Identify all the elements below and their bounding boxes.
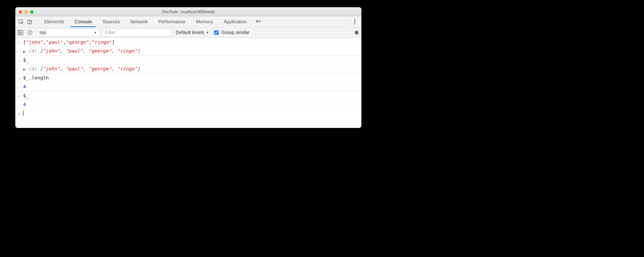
- expand-object-icon[interactable]: ▶: [23, 66, 26, 72]
- console-result-number: 4: [23, 102, 26, 107]
- live-prompt-icon: ›: [17, 110, 21, 117]
- kebab-menu-icon[interactable]: [350, 18, 360, 26]
- panel-tabbar: ElementsConsoleSourcesNetworkPerformance…: [16, 17, 361, 27]
- divider: [346, 19, 346, 25]
- console-toolbar: top ▼ Default levels ▼ Group similar: [16, 27, 361, 38]
- console-input-code: $_: [23, 93, 29, 99]
- console-row: ‹·4: [16, 100, 361, 109]
- tab-memory[interactable]: Memory: [191, 17, 218, 27]
- console-row: ›$_: [16, 56, 361, 65]
- output-prompt-icon: ‹·: [17, 102, 21, 108]
- console-row: ‹·▶(4) ["john", "paul", "george", "ringo…: [16, 47, 361, 56]
- console-input-code: $_: [23, 57, 29, 63]
- console-result-array[interactable]: (4) ["john", "paul", "george", "ringo"]: [28, 66, 140, 72]
- text-cursor: [23, 110, 24, 116]
- group-similar-toggle[interactable]: Group similar: [213, 30, 250, 36]
- input-prompt-icon: ›: [17, 75, 21, 81]
- input-prompt-icon: ›: [17, 93, 21, 99]
- show-console-sidebar-icon[interactable]: [18, 30, 24, 35]
- console-result-array[interactable]: (4) ["john", "paul", "george", "ringo"]: [28, 48, 140, 54]
- console-row: ›$_: [16, 91, 361, 100]
- expand-object-icon[interactable]: ▶: [23, 48, 26, 54]
- svg-rect-2: [30, 21, 32, 24]
- inspect-element-icon[interactable]: [17, 18, 26, 26]
- console-row: ›$_.length: [16, 74, 361, 83]
- log-levels-select[interactable]: Default levels ▼: [174, 30, 210, 35]
- execution-context-select[interactable]: top ▼: [37, 29, 100, 36]
- console-input-code: ["john","paul","george","ringo"]: [23, 39, 115, 45]
- svg-point-4: [354, 21, 356, 22]
- console-filter-input[interactable]: [102, 29, 172, 36]
- svg-point-5: [354, 23, 356, 24]
- device-toolbar-icon[interactable]: [26, 18, 34, 26]
- console-result-number: 4: [23, 84, 26, 90]
- input-prompt-icon: ›: [17, 39, 21, 46]
- console-input-code: $_.length: [23, 75, 49, 81]
- tab-elements[interactable]: Elements: [39, 17, 69, 27]
- window-controls: [16, 10, 34, 14]
- group-similar-checkbox[interactable]: [214, 31, 218, 35]
- console-row: ‹·4: [16, 83, 361, 91]
- panel-tabs: ElementsConsoleSourcesNetworkPerformance…: [39, 17, 252, 27]
- output-prompt-icon: ‹·: [17, 66, 21, 72]
- more-tabs-button[interactable]: [252, 20, 266, 24]
- console-live-input[interactable]: [23, 110, 24, 116]
- tab-sources[interactable]: Sources: [97, 17, 125, 27]
- devtools-window: DevTools - localhost:8080/web/ ElementsC…: [15, 7, 362, 128]
- tab-console[interactable]: Console: [69, 17, 97, 27]
- window-minimize-button[interactable]: [24, 10, 28, 14]
- window-titlebar: DevTools - localhost:8080/web/: [16, 7, 361, 17]
- tab-application[interactable]: Application: [218, 17, 252, 27]
- window-maximize-button[interactable]: [30, 10, 34, 14]
- tab-network[interactable]: Network: [125, 17, 153, 27]
- output-prompt-icon: ‹·: [17, 48, 21, 54]
- execution-context-value: top: [40, 30, 46, 35]
- console-row: ›: [16, 109, 361, 118]
- window-close-button[interactable]: [19, 10, 22, 14]
- tab-performance[interactable]: Performance: [153, 17, 191, 27]
- group-similar-label: Group similar: [221, 30, 250, 35]
- console-settings-icon[interactable]: [354, 30, 359, 35]
- console-log-area[interactable]: ›["john","paul","george","ringo"]‹·▶(4) …: [16, 38, 361, 128]
- clear-console-icon[interactable]: [27, 30, 34, 35]
- input-prompt-icon: ›: [17, 57, 21, 63]
- output-prompt-icon: ‹·: [17, 84, 21, 90]
- log-levels-label: Default levels: [176, 30, 204, 35]
- svg-point-3: [354, 19, 356, 21]
- svg-line-9: [28, 31, 32, 34]
- console-row: ‹·▶(4) ["john", "paul", "george", "ringo…: [16, 65, 361, 74]
- console-row: ›["john","paul","george","ringo"]: [16, 38, 361, 47]
- window-title: DevTools - localhost:8080/web/: [16, 10, 361, 14]
- dropdown-caret-icon: ▼: [206, 31, 209, 35]
- dropdown-caret-icon: ▼: [94, 31, 97, 35]
